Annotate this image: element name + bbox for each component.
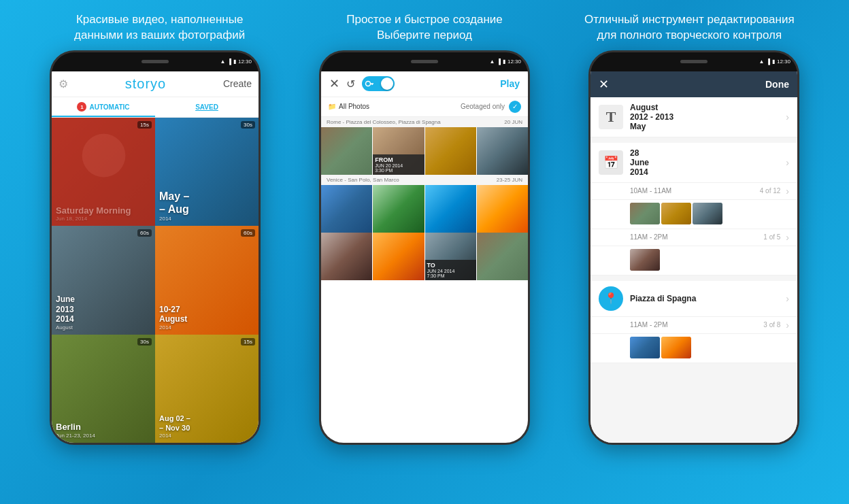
header-col-2: Простое и быстрое создание Выберите пери… [293,12,555,44]
tab-saved[interactable]: SAVED [155,97,259,117]
edit-row-calendar[interactable]: 📅 28June2014 › [590,143,797,183]
signal-icon-3: ▐ [766,58,770,65]
photo-thumb-11[interactable] [477,233,528,280]
phone-2: ▲ ▐ ▮ 12:30 ✕ ↺ Play [319,50,530,445]
text-icon-box: T [599,105,623,129]
phone-1-top-bar: ▲ ▐ ▮ 12:30 [52,52,259,71]
photo-strip-0: FROM JUN 20 2014 3:30 PM [321,127,528,175]
location-label-1: Venice - San Polo, San Marco [327,177,399,183]
close-icon-3[interactable]: ✕ [599,77,609,92]
photo-thumb-0[interactable] [321,127,372,175]
mini-thumb-5 [661,337,691,358]
chevron-right-time-1: › [786,232,789,243]
edit-row-text-content: August2012 - 2013May [630,103,786,131]
grid-item-1[interactable]: 30s May –– Aug 2014 [155,118,259,226]
mini-thumb-0 [630,203,660,224]
photo-strip-1 [321,185,528,233]
edit-row-location[interactable]: 📍 Piazza di Spagna › [590,281,797,317]
wifi-icon-2: ▲ [489,58,495,65]
geotag-checkbox[interactable]: ✓ [509,101,521,113]
grid-item-3[interactable]: 60s 10-27August 2014 [155,226,259,334]
signal-icon: ▐ [227,58,231,65]
time-row-0: 10AM - 11AM 4 of 12 › [590,183,797,200]
photo-thumb-4[interactable] [321,185,372,233]
storyo-logo: storyo [68,76,223,92]
edit-row-calendar-content: 28June2014 [630,148,786,177]
photo-thumb-6[interactable] [425,185,476,233]
grid-item-5[interactable]: 15s Aug 02 –– Nov 30 2014 [155,335,259,443]
photo-thumb-8[interactable] [321,233,372,280]
grid-sub-0: Jun 18, 2014 [56,216,87,222]
edit-row-text[interactable]: T August2012 - 2013May › [590,97,797,137]
chevron-right-text: › [786,112,789,122]
grid-title-1: May –– Aug [159,190,189,216]
app-bar-1: ⚙ storyo Create [52,71,259,97]
photo-strip-2: TO JUN 24 2014 7:30 PM [321,233,528,280]
phone-3-content: ✕ Done T August2012 - 2013May › [590,71,797,443]
grid-title-0: Saturday Morning [56,205,131,216]
all-photos-label[interactable]: All Photos [339,103,369,110]
edit-location-title: Piazza di Spagna [630,294,786,303]
grid-sub-2: August [56,324,73,331]
status-bar-2: ▲ ▐ ▮ 12:30 [489,58,521,65]
photo-thumb-7[interactable] [477,185,528,233]
app-bar-2: ✕ ↺ Play [321,71,528,97]
chevron-right-calendar: › [786,157,789,168]
grid-sub-3: 2014 [159,324,171,331]
grid-item-4[interactable]: 30s Berlin Jun 21-23, 2014 [52,335,155,443]
speaker-2 [411,60,438,63]
grid-title-2: June20132014 [56,295,75,324]
wifi-icon-3: ▲ [759,58,764,65]
time-count-2: 3 of 8 [763,321,780,329]
photo-thumb-5[interactable] [373,185,424,233]
time-row-1: 11AM - 2PM 1 of 5 › [590,229,797,246]
play-button-2[interactable]: Play [500,78,520,89]
grid-sub-1: 2014 [159,216,171,222]
photo-thumb-3[interactable] [477,127,528,175]
toggle-switch[interactable] [362,76,395,91]
create-button[interactable]: Create [223,78,252,89]
date-label-1: 23-25 JUN [497,177,522,183]
mini-thumb-1 [661,203,691,224]
status-bar-3: ▲ ▐ ▮ 12:30 [759,58,790,65]
phone-1: ▲ ▐ ▮ 12:30 ⚙ storyo Create 1 AUTOMATIC … [50,50,261,445]
tab-automatic-label: AUTOMATIC [89,103,129,111]
grid-item-0[interactable]: 15s Saturday Morning Jun 18, 2014 [52,118,155,226]
mini-thumb-3 [630,249,660,271]
speaker-3 [680,60,708,63]
undo-icon[interactable]: ↺ [346,78,355,90]
time-count-0: 4 of 12 [760,187,781,195]
signal-icon-2: ▐ [497,58,501,65]
status-time-2: 12:30 [507,58,521,65]
chevron-right-time-2: › [786,320,789,331]
duration-3: 60s [241,229,255,237]
time-row-2: 11AM - 2PM 3 of 8 › [590,317,797,334]
done-button-3[interactable]: Done [765,79,789,90]
photo-thumb-2[interactable] [425,127,476,175]
calendar-icon-box: 📅 [599,150,623,175]
photo-thumb-9[interactable] [373,233,424,280]
gear-icon[interactable]: ⚙ [59,78,68,90]
phone-3-top-bar: ▲ ▐ ▮ 12:30 [590,52,797,71]
edit-row-location-content: Piazza di Spagna [630,294,786,303]
tab-automatic[interactable]: 1 AUTOMATIC [52,97,155,117]
close-icon-2[interactable]: ✕ [329,76,339,91]
duration-5: 15s [241,338,255,346]
photo-thumb-1[interactable]: FROM JUN 20 2014 3:30 PM [373,127,424,175]
edit-section-location: 📍 Piazza di Spagna › 11AM - 2PM 3 of 8 › [590,281,797,363]
duration-4: 30s [137,338,152,346]
header-col-1: Красивые видео, наполненные данными из в… [29,12,290,44]
duration-2: 60s [137,229,152,237]
header-row: Красивые видео, наполненные данными из в… [0,0,849,50]
edit-calendar-title: 28June2014 [630,148,786,177]
preview-row-0 [590,200,797,229]
mini-thumb-4 [630,337,660,358]
to-overlay: TO JUN 24 2014 7:30 PM [425,260,476,280]
grid-item-2[interactable]: 60s June20132014 August [52,226,155,334]
photo-grid-2: Rome - Piazza del Colosseo, Piazza di Sp… [321,117,528,443]
status-time-3: 12:30 [777,58,790,65]
header-col-3: Отличный инструмент редактирования для п… [559,12,820,44]
header-text-1: Красивые видео, наполненные данными из в… [74,13,245,41]
photo-thumb-10[interactable]: TO JUN 24 2014 7:30 PM [425,233,476,280]
battery-icon-3: ▮ [772,58,775,65]
